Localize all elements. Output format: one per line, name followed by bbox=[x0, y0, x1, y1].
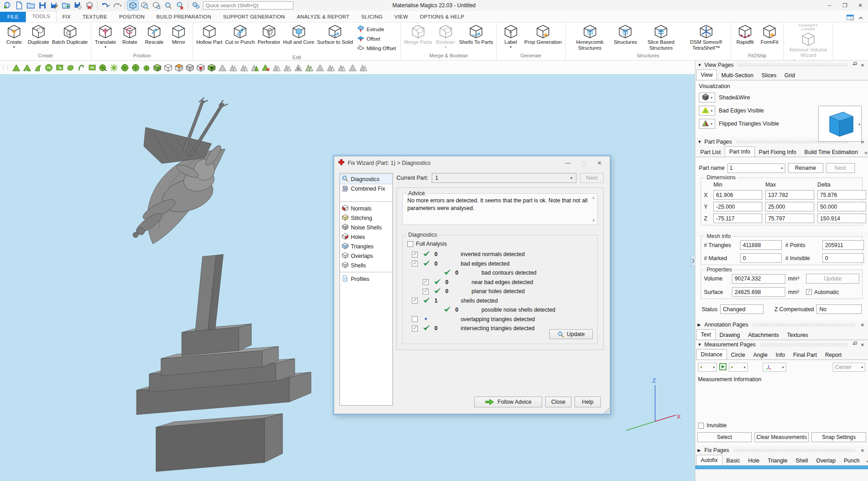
invisible-row[interactable]: Invisible bbox=[695, 420, 868, 431]
ribbon-button-remove-volume-wizard[interactable]: CONCEPTLASERRemove Volume Wizard bbox=[786, 23, 831, 59]
panel-splitter[interactable]: ❯ bbox=[691, 255, 695, 266]
tool-fix-detail-2-icon[interactable] bbox=[347, 62, 358, 73]
pin-icon[interactable] bbox=[852, 62, 857, 68]
app-logo-icon[interactable] bbox=[2, 1, 13, 10]
tabs-scroll-left-icon[interactable]: ◀ bbox=[862, 149, 868, 157]
ribbon-button-cut-or-punch[interactable]: Cut or Punch bbox=[224, 23, 256, 46]
fix-nav-normals[interactable]: Normals bbox=[340, 204, 392, 213]
tab-angle[interactable]: Angle bbox=[749, 350, 771, 360]
tool-fix-edges-icon[interactable] bbox=[239, 62, 250, 73]
tool-fix-detail-1-icon[interactable] bbox=[336, 62, 347, 73]
tab-multi-section[interactable]: Multi-Section bbox=[717, 70, 757, 80]
tool-extract-marked-icon[interactable] bbox=[163, 62, 174, 73]
invisible-checkbox[interactable] bbox=[698, 423, 704, 429]
ribbon-button-batch-duplicate[interactable]: Batch Duplicate bbox=[51, 23, 89, 46]
status-field[interactable]: Changed bbox=[720, 304, 764, 314]
menu-tab-fix[interactable]: FIX bbox=[57, 12, 77, 22]
ribbon-small-button-extrude[interactable]: Extrude bbox=[357, 25, 396, 33]
tab-part-list[interactable]: Part List bbox=[696, 147, 725, 157]
restore-button[interactable]: ❐ bbox=[837, 0, 853, 10]
ribbon-button-duplicate[interactable]: Duplicate bbox=[26, 23, 51, 46]
ribbon-button-surface-to-solid[interactable]: Surface to Solid bbox=[316, 23, 354, 46]
part-name-combo[interactable]: 1▾ bbox=[727, 163, 785, 173]
dim-y-delta[interactable]: 50.000 bbox=[817, 202, 866, 211]
fix-nav-noise-shells[interactable]: Noise Shells bbox=[340, 223, 392, 232]
tool-marking-brush-icon[interactable] bbox=[65, 62, 76, 73]
automatic-checkbox[interactable] bbox=[806, 289, 812, 295]
orientation-cube-preview[interactable]: ▾ bbox=[818, 106, 862, 142]
tool-invert-marking-icon[interactable] bbox=[141, 62, 152, 73]
collapse-icon[interactable]: ▼ bbox=[698, 342, 702, 347]
current-part-combo[interactable]: 1 ▼ bbox=[432, 173, 576, 183]
help-button[interactable]: Help bbox=[575, 397, 601, 407]
tab-part-info[interactable]: Part Info bbox=[725, 146, 755, 157]
fix-nav-holes[interactable]: Holes bbox=[340, 232, 392, 242]
ribbon-button-label[interactable]: ALabel▼ bbox=[499, 23, 523, 50]
ribbon-button-formfit[interactable]: FormFit bbox=[757, 23, 782, 46]
undo-icon[interactable]: ▾ bbox=[100, 1, 111, 10]
ribbon-button-honeycomb-structures[interactable]: Honeycomb Structures bbox=[567, 23, 613, 51]
tool-unmark-all-icon[interactable] bbox=[108, 62, 119, 73]
diagnostic-checkbox[interactable] bbox=[423, 289, 429, 294]
fix-nav-diagnostics[interactable]: Diagnostics bbox=[340, 174, 392, 184]
ribbon-button-hollow-part[interactable]: Hollow Part bbox=[195, 23, 224, 46]
tab-info[interactable]: Info bbox=[772, 350, 789, 360]
redo-icon[interactable]: ▾ bbox=[112, 1, 123, 10]
close-section-icon[interactable]: ✕ bbox=[859, 63, 866, 68]
snap-settings-button[interactable]: Snap Settings bbox=[811, 432, 866, 442]
dim-x-max[interactable]: 137.782 bbox=[765, 190, 814, 200]
mesh-field-value[interactable]: 411888 bbox=[740, 240, 782, 250]
save-icon[interactable] bbox=[37, 1, 48, 10]
tool-fix-pair-2-icon[interactable] bbox=[282, 62, 293, 73]
tool-fix-hole-icon[interactable] bbox=[315, 62, 326, 73]
zoom-icon[interactable] bbox=[163, 1, 174, 10]
tool-color-marked-icon[interactable] bbox=[174, 62, 184, 73]
dim-x-delta[interactable]: 75.876 bbox=[817, 190, 866, 200]
mesh-field-value[interactable]: 0 bbox=[740, 253, 782, 263]
tool-delete-marked-icon[interactable] bbox=[195, 62, 206, 73]
tool-fix-stitch-icon[interactable] bbox=[228, 62, 239, 73]
ribbon-button-rotate[interactable]: Rotate bbox=[118, 23, 142, 46]
tool-mark-surface-icon[interactable] bbox=[33, 62, 43, 73]
tool-mark-plane-icon[interactable] bbox=[22, 62, 33, 73]
select-button[interactable]: Select bbox=[697, 432, 752, 442]
tab-distance[interactable]: Distance bbox=[696, 349, 727, 360]
tool-mark-triangle-icon[interactable] bbox=[11, 62, 22, 73]
settings-gears-icon[interactable] bbox=[190, 1, 201, 10]
ribbon-button-rapidfit[interactable]: Rapidfit bbox=[733, 23, 757, 46]
menu-tab-support-generation[interactable]: SUPPORT GENERATION bbox=[217, 12, 291, 22]
point-mode-combo[interactable]: ▾ bbox=[698, 363, 717, 372]
fix-nav-shells[interactable]: Shells bbox=[340, 261, 392, 270]
tool-fix-smooth-icon[interactable] bbox=[326, 62, 336, 73]
save-as-icon[interactable] bbox=[49, 1, 60, 10]
tab-drawing[interactable]: Drawing bbox=[716, 330, 744, 340]
menu-tab-tools[interactable]: TOOLS bbox=[26, 11, 57, 22]
tab-circle[interactable]: Circle bbox=[727, 350, 749, 360]
unzoom-icon[interactable] bbox=[175, 1, 185, 10]
expand-icon[interactable]: ▶ bbox=[698, 322, 702, 327]
update-button[interactable]: Update bbox=[549, 329, 593, 339]
tab-autofix[interactable]: Autofix bbox=[696, 455, 722, 466]
tab-slices[interactable]: Slices bbox=[758, 70, 781, 80]
minimize-button[interactable]: – bbox=[822, 0, 837, 10]
mesh-field-value[interactable]: 0 bbox=[822, 253, 864, 263]
menu-tab-build-preparation[interactable]: BUILD PREPARATION bbox=[151, 12, 217, 22]
tool-mark-shell-icon[interactable] bbox=[43, 62, 54, 73]
tabs-scroll-left-icon[interactable]: ◀ bbox=[863, 457, 868, 465]
close-button[interactable]: ✕ bbox=[853, 0, 868, 10]
menu-tab-options-help[interactable]: OPTIONS & HELP bbox=[414, 12, 471, 22]
ribbon-small-button-milling-offset[interactable]: Milling Offset bbox=[357, 44, 396, 52]
dim-y-min[interactable]: -25.000 bbox=[713, 202, 762, 211]
dialog-maximize-button[interactable]: ▢ bbox=[577, 160, 590, 166]
tab-attachments[interactable]: Attachments bbox=[744, 330, 783, 340]
ribbon-button-rescale[interactable]: Rescale bbox=[142, 23, 166, 46]
tab-text[interactable]: Text bbox=[696, 329, 716, 340]
annotation-pages-header[interactable]: ▶ Annotation Pages ✕ bbox=[695, 320, 868, 329]
fix-pages-header[interactable]: ▶ Fix Pages ✕ bbox=[695, 446, 868, 455]
tab-punch[interactable]: Punch bbox=[840, 456, 863, 466]
tab-overlap[interactable]: Overlap bbox=[812, 456, 840, 466]
next-part-button[interactable]: Next bbox=[580, 173, 604, 183]
tool-fix-pair-1-icon[interactable] bbox=[271, 62, 282, 73]
ribbon-button-shells-to-parts[interactable]: Shells To Parts bbox=[458, 23, 495, 46]
tool-fix-detail-3-icon[interactable] bbox=[358, 62, 369, 73]
